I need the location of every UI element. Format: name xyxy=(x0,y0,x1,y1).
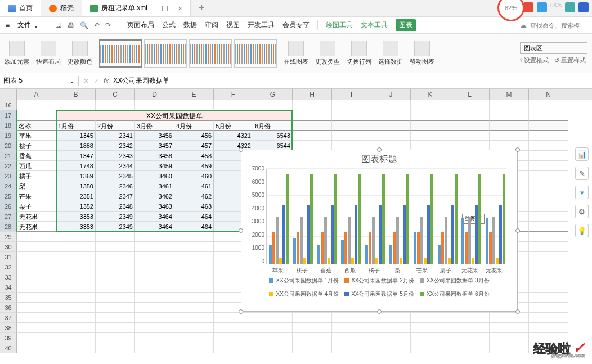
row-header-21[interactable]: 21 xyxy=(0,151,17,161)
table-cell[interactable]: 1347 xyxy=(56,151,96,161)
table-cell[interactable]: 457 xyxy=(174,141,214,151)
name-box[interactable]: 图表 5⌄ xyxy=(0,76,79,86)
chart-style-4[interactable] xyxy=(234,39,277,68)
table-cell[interactable]: 1748 xyxy=(56,161,96,171)
select-all-corner[interactable] xyxy=(0,89,17,100)
formula-input[interactable] xyxy=(113,77,338,85)
col-header-L[interactable]: L xyxy=(450,89,490,100)
menu-dev[interactable]: 开发工具 xyxy=(248,20,275,30)
table-cell[interactable]: 3464 xyxy=(135,212,174,222)
menu-view[interactable]: 视图 xyxy=(226,20,240,30)
row-header-23[interactable]: 23 xyxy=(0,171,17,181)
table-cell[interactable]: 橘子 xyxy=(17,171,56,181)
row-header-38[interactable]: 38 xyxy=(0,323,17,333)
ribbon-change-type[interactable]: 更改类型 xyxy=(315,41,340,66)
row-header-37[interactable]: 37 xyxy=(0,313,17,323)
ribbon-online-chart[interactable]: 在线图表 xyxy=(284,41,308,66)
resize-handle-bm[interactable] xyxy=(377,309,382,314)
col-header-I[interactable]: I xyxy=(332,89,371,100)
table-cell[interactable]: 2351 xyxy=(56,191,96,201)
ribbon-switch-rowcol[interactable]: 切换行列 xyxy=(347,41,371,66)
legend-item[interactable]: XX公司果园数据单 5月份 xyxy=(344,290,414,298)
cloud-icon[interactable]: ☁ xyxy=(520,21,527,29)
chart-title[interactable]: 图表标题 xyxy=(241,150,517,167)
col-header-M[interactable]: M xyxy=(490,89,529,100)
hamburger-icon[interactable]: ≡ xyxy=(6,21,10,29)
table-cell[interactable]: 3456 xyxy=(135,131,174,141)
tab-add[interactable]: + xyxy=(191,0,213,16)
row-header-24[interactable]: 24 xyxy=(0,181,17,191)
col-header-E[interactable]: E xyxy=(174,89,214,100)
table-cell[interactable]: 2342 xyxy=(96,141,135,151)
table-cell[interactable]: 栗子 xyxy=(17,201,56,212)
table-cell[interactable]: 459 xyxy=(174,161,214,171)
row-header-19[interactable]: 19 xyxy=(0,131,17,141)
table-cell[interactable]: 461 xyxy=(174,181,214,191)
table-cell[interactable]: 3460 xyxy=(135,171,174,181)
table-cell[interactable]: 2349 xyxy=(96,222,135,232)
resize-handle-tm[interactable] xyxy=(377,147,382,152)
table-cell[interactable]: 6543 xyxy=(253,131,293,141)
table-cell[interactable]: 1345 xyxy=(56,131,96,141)
col-header-B[interactable]: B xyxy=(56,89,96,100)
table-cell[interactable]: 4321 xyxy=(214,131,253,141)
resize-handle-mr[interactable] xyxy=(515,228,520,233)
fx-icon[interactable]: fx xyxy=(104,77,109,85)
col-header-F[interactable]: F xyxy=(214,89,253,100)
chart-area-selector[interactable]: 图表区 xyxy=(520,42,587,54)
menu-formula[interactable]: 公式 xyxy=(162,20,176,30)
row-header-18[interactable]: 18 xyxy=(0,120,17,131)
menu-texttool[interactable]: 文本工具 xyxy=(361,20,388,30)
table-cell[interactable]: 1888 xyxy=(56,141,96,151)
row-header-32[interactable]: 32 xyxy=(0,262,17,272)
table-cell[interactable]: 456 xyxy=(174,131,214,141)
table-cell[interactable]: 464 xyxy=(174,222,214,232)
table-cell[interactable]: 无花果 xyxy=(17,212,56,222)
table-cell[interactable]: 1350 xyxy=(56,181,96,191)
table-cell[interactable]: 2348 xyxy=(96,201,135,212)
table-cell[interactable]: 香蕉 xyxy=(17,151,56,161)
legend-item[interactable]: XX公司果园数据单 3月份 xyxy=(420,277,490,285)
legend-item[interactable]: XX公司果园数据单 2月份 xyxy=(344,277,414,285)
table-cell[interactable]: 1352 xyxy=(56,201,96,212)
table-cell[interactable]: 458 xyxy=(174,151,214,161)
idea-bulb-icon[interactable]: 💡 xyxy=(575,224,589,237)
window-icon[interactable] xyxy=(162,6,168,11)
table-cell[interactable]: 2346 xyxy=(96,181,135,191)
row-header-33[interactable]: 33 xyxy=(0,272,17,282)
table-cell[interactable]: 3461 xyxy=(135,181,174,191)
preview-icon[interactable]: 🔍 xyxy=(80,21,88,29)
table-cell[interactable]: 3459 xyxy=(135,161,174,171)
file-menu[interactable]: 文件 ⌄ xyxy=(17,20,39,30)
row-header-27[interactable]: 27 xyxy=(0,212,17,222)
tab-file[interactable]: 房租记录单.xml× xyxy=(82,0,191,16)
row-header-39[interactable]: 39 xyxy=(0,333,17,343)
tab-home[interactable]: 首页 xyxy=(0,0,41,16)
table-cell[interactable]: 苹果 xyxy=(17,131,56,141)
row-header-20[interactable]: 20 xyxy=(0,141,17,151)
table-cell[interactable]: 3458 xyxy=(135,151,174,161)
row-header-40[interactable]: 40 xyxy=(0,343,17,353)
table-cell[interactable]: 3353 xyxy=(56,212,96,222)
legend-item[interactable]: XX公司果园数据单 4月份 xyxy=(269,290,339,298)
resize-handle-ml[interactable] xyxy=(239,228,243,233)
table-cell[interactable]: 2349 xyxy=(96,212,135,222)
ribbon-change-colors[interactable]: 更改颜色 xyxy=(68,41,92,66)
legend-item[interactable]: XX公司果园数据单 1月份 xyxy=(269,277,339,285)
redo-icon[interactable]: ↷ xyxy=(105,21,111,29)
col-header-G[interactable]: G xyxy=(253,89,293,100)
search-input[interactable] xyxy=(530,21,586,29)
red-app-icon[interactable] xyxy=(523,2,533,12)
row-header-17[interactable]: 17 xyxy=(0,110,17,120)
table-cell[interactable]: 3462 xyxy=(135,191,174,201)
table-cell[interactable]: 2343 xyxy=(96,151,135,161)
col-header-H[interactable]: H xyxy=(293,89,332,100)
row-header-16[interactable]: 16 xyxy=(0,100,17,110)
resize-handle-tr[interactable] xyxy=(515,147,520,152)
menu-drawing[interactable]: 绘图工具 xyxy=(326,20,353,30)
save-icon[interactable]: 🖫 xyxy=(55,21,62,29)
col-header-D[interactable]: D xyxy=(135,89,174,100)
print-icon[interactable]: 🖶 xyxy=(68,21,74,29)
menu-vip[interactable]: 会员专享 xyxy=(282,20,310,30)
chart-style-3[interactable] xyxy=(189,39,232,68)
